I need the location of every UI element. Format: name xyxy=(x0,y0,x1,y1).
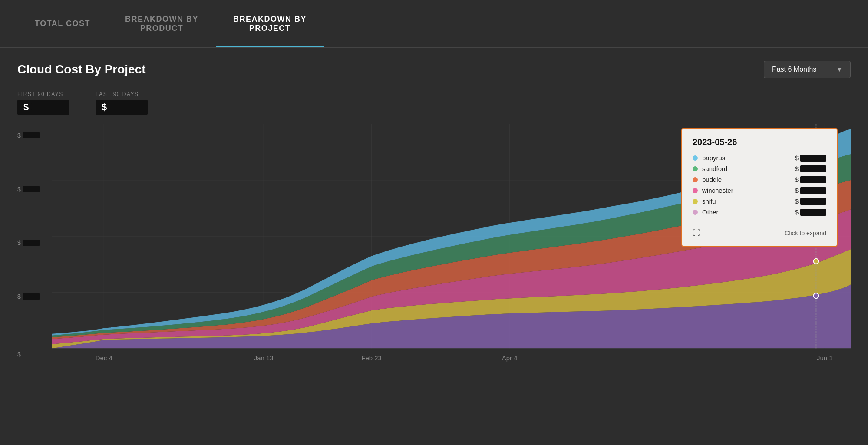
puddle-redacted xyxy=(800,176,826,183)
shifu-redacted xyxy=(800,198,826,205)
papyrus-value: $ xyxy=(795,154,826,162)
papyrus-label: papyrus xyxy=(702,154,725,162)
winchester-label: winchester xyxy=(702,187,733,194)
first-90-value: $ xyxy=(17,100,69,115)
puddle-dot xyxy=(693,177,698,182)
y-4-redacted xyxy=(23,293,40,300)
winchester-value: $ xyxy=(795,187,826,194)
y-axis-label-bottom: $ xyxy=(17,351,21,358)
y-axis-label-top: $ xyxy=(17,132,21,139)
shifu-dot xyxy=(693,199,698,204)
tooltip-footer[interactable]: ⛶ Click to expand xyxy=(693,223,826,237)
winchester-redacted xyxy=(800,187,826,194)
last-90-days-stat: LAST 90 DAYS $ xyxy=(96,91,148,115)
y-axis-label-4: $ xyxy=(17,293,21,300)
tooltip-row-winchester: winchester $ xyxy=(693,187,826,194)
tooltip-date: 2023-05-26 xyxy=(693,137,826,147)
tooltip-row-sandford: sandford $ xyxy=(693,165,826,172)
papyrus-dot xyxy=(693,155,698,161)
tab-navigation: TOTAL COST BREAKDOWN BYPRODUCT BREAKDOWN… xyxy=(0,0,868,48)
other-value: $ xyxy=(795,208,826,216)
y-2-redacted xyxy=(23,186,40,192)
chart-header: Cloud Cost By Project Past 6 Months ▼ xyxy=(17,61,851,78)
chart-wrapper: $ $ $ $ $ xyxy=(17,123,851,368)
winchester-dot xyxy=(693,188,698,193)
papyrus-redacted xyxy=(800,155,826,162)
tooltip-row-puddle: puddle $ xyxy=(693,176,826,183)
other-dot xyxy=(693,210,698,215)
chevron-down-icon: ▼ xyxy=(836,66,842,73)
tooltip: 2023-05-26 papyrus $ sandford xyxy=(681,128,838,247)
y-axis-label-2: $ xyxy=(17,186,21,193)
sandford-dot xyxy=(693,166,698,171)
svg-point-16 xyxy=(814,293,819,298)
puddle-label: puddle xyxy=(702,176,722,183)
time-range-dropdown[interactable]: Past 6 Months ▼ xyxy=(764,61,851,78)
tab-total-cost[interactable]: TOTAL COST xyxy=(17,0,108,47)
expand-label: Click to expand xyxy=(785,230,826,237)
first-90-redacted xyxy=(31,103,57,110)
svg-text:Dec 4: Dec 4 xyxy=(96,355,112,362)
main-content: Cloud Cost By Project Past 6 Months ▼ FI… xyxy=(0,48,868,381)
sandford-label: sandford xyxy=(702,165,727,172)
shifu-value: $ xyxy=(795,198,826,205)
y-top-redacted xyxy=(23,132,40,138)
other-label: Other xyxy=(702,208,719,216)
first-90-days-stat: FIRST 90 DAYS $ xyxy=(17,91,69,115)
tooltip-row-other: Other $ xyxy=(693,208,826,216)
tooltip-row-shifu: shifu $ xyxy=(693,198,826,205)
last-90-value: $ xyxy=(96,100,148,115)
expand-icon: ⛶ xyxy=(693,228,700,237)
stats-row: FIRST 90 DAYS $ LAST 90 DAYS $ xyxy=(17,91,851,115)
dropdown-label: Past 6 Months xyxy=(772,66,816,73)
y-3-redacted xyxy=(23,240,40,246)
first-90-label: FIRST 90 DAYS xyxy=(17,91,69,97)
svg-text:Feb 23: Feb 23 xyxy=(361,355,381,362)
tooltip-row-papyrus: papyrus $ xyxy=(693,154,826,162)
last-90-label: LAST 90 DAYS xyxy=(96,91,148,97)
last-90-redacted xyxy=(109,103,135,110)
sandford-value: $ xyxy=(795,165,826,172)
puddle-value: $ xyxy=(795,176,826,183)
tab-breakdown-project[interactable]: BREAKDOWN BYPROJECT xyxy=(216,0,324,47)
shifu-label: shifu xyxy=(702,198,716,205)
y-axis-label-3: $ xyxy=(17,239,21,246)
svg-text:Apr 4: Apr 4 xyxy=(502,355,518,362)
tab-breakdown-product[interactable]: BREAKDOWN BYPRODUCT xyxy=(108,0,216,47)
svg-text:Jan 13: Jan 13 xyxy=(254,355,274,362)
svg-point-15 xyxy=(814,259,819,264)
sandford-redacted xyxy=(800,165,826,172)
chart-title: Cloud Cost By Project xyxy=(17,63,146,76)
svg-text:Jun 1: Jun 1 xyxy=(817,355,832,362)
other-redacted xyxy=(800,209,826,216)
